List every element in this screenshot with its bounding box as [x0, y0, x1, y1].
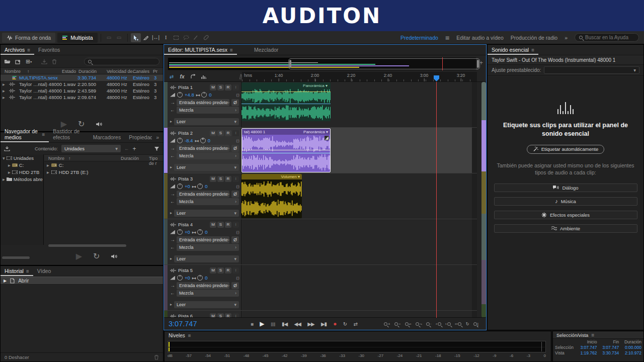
- file-row-session[interactable]: MULTIPISTA.sesx 3:30.734 48000 Hz Estére…: [1, 74, 163, 81]
- tab-marcadores[interactable]: Marcadores: [89, 134, 125, 142]
- import-file-button[interactable]: [15, 59, 21, 64]
- mute-button[interactable]: M: [210, 222, 216, 228]
- clear-history-button[interactable]: [154, 354, 159, 360]
- volume-knob[interactable]: [177, 184, 183, 189]
- swap-channels-icon[interactable]: ⇄: [167, 73, 176, 81]
- add-shortcut-button[interactable]: +: [132, 145, 136, 152]
- media-row-hdd-2tb[interactable]: ▸HDD 2TB (E:): [44, 168, 163, 175]
- volume-knob[interactable]: [177, 229, 183, 235]
- track-input-selector[interactable]: Entrada estéreo predete›: [177, 99, 229, 106]
- track-header[interactable]: Pista 5 MSRI +0 ▶◀0 ((·)) →Entrada estér…: [168, 265, 242, 310]
- file-row[interactable]: ▸ Taylor …ntal) 48000 1.wav 2:43.589 480…: [1, 87, 163, 94]
- mute-button[interactable]: M: [210, 267, 216, 274]
- workspace-predeterminado[interactable]: Predeterminado: [400, 35, 438, 41]
- loop-playback-button[interactable]: ↻: [343, 321, 347, 327]
- arm-record-button[interactable]: R: [225, 267, 231, 274]
- slip-tool[interactable]: |↔|: [151, 33, 161, 42]
- input-monitor-button[interactable]: I: [232, 84, 239, 90]
- solo-button[interactable]: S: [217, 267, 224, 274]
- volume-knob[interactable]: [177, 138, 183, 143]
- track-header[interactable]: Pista 3 MSRI +0 ▶◀0 ((·)) →Entrada estér…: [168, 173, 242, 219]
- expander-icon[interactable]: ▸: [3, 88, 5, 94]
- play-button[interactable]: ▶: [260, 320, 264, 327]
- phase-button[interactable]: Ø: [231, 236, 239, 243]
- workspace-overflow-button[interactable]: »: [565, 35, 568, 41]
- delete-file-button[interactable]: [52, 59, 57, 64]
- tree-item-metodos-abreviados[interactable]: ▸Métodos abre: [1, 175, 43, 183]
- media-horizontal-scrollbar[interactable]: [48, 244, 126, 247]
- track-header[interactable]: Pista 2 MSRI -8.4 ▶◀0 ((·)) →Entrada est…: [168, 128, 242, 173]
- pan-knob[interactable]: [197, 184, 203, 189]
- panel-menu-icon[interactable]: ≡: [188, 333, 191, 338]
- arm-record-button[interactable]: R: [225, 84, 231, 90]
- arm-record-button[interactable]: R: [225, 130, 231, 136]
- tab-navegador-de-medios[interactable]: Navegador de medios≡: [1, 128, 49, 142]
- automation-mode-selector[interactable]: Leer▾: [174, 255, 239, 262]
- input-monitor-button[interactable]: I: [232, 130, 239, 136]
- pan-knob[interactable]: [201, 92, 207, 98]
- preview-speaker-icon[interactable]: [96, 122, 103, 127]
- audio-clip-track1[interactable]: Panorámica ▾: [242, 82, 331, 121]
- media-import-button[interactable]: [4, 146, 10, 151]
- automation-mode-selector[interactable]: Leer▾: [174, 164, 239, 171]
- track-output-selector[interactable]: Mezcla›: [177, 290, 239, 297]
- solo-button[interactable]: S: [217, 84, 224, 90]
- preview-speaker-icon[interactable]: [111, 254, 118, 259]
- expander-icon[interactable]: ▸: [170, 256, 172, 261]
- phase-button[interactable]: Ø: [231, 99, 239, 106]
- track-output-selector[interactable]: Mezcla›: [177, 152, 239, 159]
- pan-knob[interactable]: [197, 229, 203, 235]
- zoom-reset-button[interactable]: ·: [426, 322, 432, 326]
- volume-envelope-line[interactable]: [242, 92, 331, 92]
- expander-icon[interactable]: ▸: [3, 81, 5, 87]
- razor-tool[interactable]: [141, 33, 151, 42]
- time-display[interactable]: 3:07.747: [169, 320, 197, 328]
- track-header[interactable]: Pista 1 MSRI +4.8 ▶◀0 ((·)) →Entrada est…: [168, 82, 242, 127]
- help-search-input[interactable]: [585, 35, 634, 40]
- mute-button[interactable]: M: [210, 176, 216, 182]
- panel-menu-icon[interactable]: ≡: [26, 268, 29, 274]
- fx-toggle[interactable]: fx: [178, 73, 187, 81]
- arm-record-button[interactable]: R: [225, 176, 231, 182]
- tab-editor[interactable]: Editor: MULTIPISTA.sesx≡: [164, 47, 237, 55]
- open-file-button[interactable]: [4, 59, 11, 64]
- tree-horizontal-scrollbar[interactable]: [2, 256, 30, 259]
- tab-archivos[interactable]: Archivos≡: [1, 47, 34, 55]
- timeline-ruler[interactable]: hms 1:40 2:00 2:20 2:40 3:00 3:20: [242, 72, 477, 82]
- solo-button[interactable]: S: [217, 176, 224, 182]
- rewind-button[interactable]: ◀◀: [294, 321, 301, 327]
- lasso-tool[interactable]: [181, 33, 191, 42]
- help-search[interactable]: [575, 33, 639, 42]
- multitrack-view-button[interactable]: Multipista: [57, 33, 97, 43]
- panel-menu-icon[interactable]: ≡: [531, 47, 534, 53]
- panel-menu-icon[interactable]: ≡: [591, 332, 594, 338]
- content-dropdown[interactable]: Unidades▾: [61, 145, 121, 152]
- zoom-to-out-point-button[interactable]: ¬: [416, 322, 422, 326]
- tab-favoritos[interactable]: Favoritos: [34, 47, 64, 55]
- pan-knob[interactable]: [200, 138, 206, 143]
- type-button-ambiente[interactable]: Ambiente: [494, 224, 637, 233]
- record-button[interactable]: ●: [333, 320, 336, 327]
- type-button-dialogo[interactable]: Diálogo: [494, 184, 637, 192]
- input-monitor-button[interactable]: I: [232, 267, 239, 274]
- move-playhead-button[interactable]: ⇄: [354, 321, 357, 327]
- file-row[interactable]: ▸ Taylor …ntal) 48000 1.wav 2:20.500 480…: [1, 81, 163, 87]
- type-button-musica[interactable]: ♪ Música: [494, 197, 637, 206]
- track-input-selector[interactable]: Entrada estéreo predete›: [177, 282, 229, 289]
- workspace-produccion-radio[interactable]: Producción de radio: [511, 35, 557, 41]
- route-icon[interactable]: [188, 73, 197, 81]
- chevron-down-icon[interactable]: ▾: [3, 155, 5, 161]
- mute-button[interactable]: M: [210, 84, 216, 90]
- media-column-headers[interactable]: Nombre↑ Duración Tipo de r: [44, 154, 163, 161]
- panel-menu-icon[interactable]: ≡: [27, 47, 30, 53]
- clip-envelope-label[interactable]: Volumen ▾: [281, 174, 300, 179]
- files-search[interactable]: [84, 58, 159, 65]
- expander-icon[interactable]: ▸: [170, 302, 172, 307]
- volume-knob[interactable]: [177, 92, 183, 98]
- expander-icon[interactable]: ▸: [170, 165, 172, 169]
- workspace-grid-icon[interactable]: ▦: [445, 35, 450, 40]
- automation-mode-selector[interactable]: Leer▾: [174, 118, 239, 125]
- zoom-selection-button[interactable]: ‹‹: [455, 322, 461, 326]
- history-entry-abrir[interactable]: ▶ Abrir: [1, 277, 163, 285]
- phase-button[interactable]: Ø: [231, 145, 239, 152]
